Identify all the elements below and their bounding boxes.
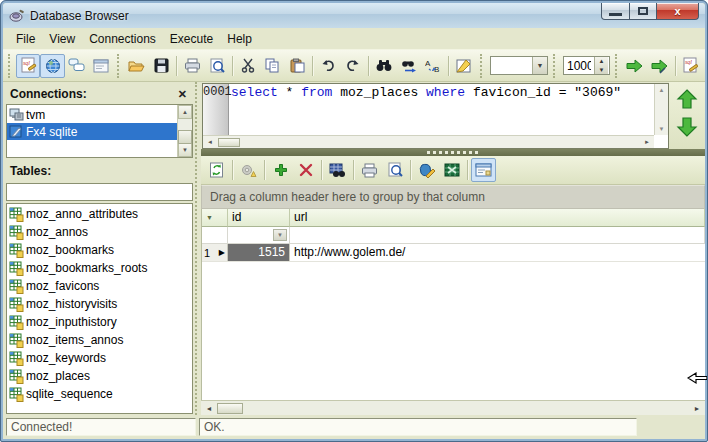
table-item-moz-bookmarks[interactable]: moz_bookmarks xyxy=(7,241,192,259)
find-next-button[interactable] xyxy=(396,54,420,78)
export-data-button[interactable] xyxy=(414,158,439,182)
new-sql-button[interactable]: sql xyxy=(678,54,702,78)
print-preview-results-button[interactable] xyxy=(382,158,407,182)
scroll-left-icon[interactable]: ◄ xyxy=(203,139,217,145)
sql-editor-toggle-button[interactable]: sql xyxy=(16,54,40,78)
menu-connections[interactable]: Connections xyxy=(82,30,163,48)
toolbar-gripper[interactable] xyxy=(553,54,558,78)
filter-cell[interactable] xyxy=(202,227,228,243)
table-item-moz-keywords[interactable]: moz_keywords xyxy=(7,349,192,367)
cell-id[interactable]: 1515 xyxy=(228,244,290,261)
column-header-url[interactable]: url xyxy=(290,209,705,227)
table-item-moz-anno-attributes[interactable]: moz_anno_attributes xyxy=(7,205,192,223)
history-down-button[interactable] xyxy=(676,116,698,138)
filter-cell-id[interactable]: ▼ xyxy=(228,227,290,243)
combobox-dropdown-icon[interactable]: ▼ xyxy=(532,57,547,74)
print-preview-button[interactable] xyxy=(205,54,229,78)
tables-filter-input[interactable] xyxy=(6,183,193,201)
table-item-moz-places[interactable]: moz_places xyxy=(7,367,192,385)
spinner-buttons[interactable]: ▲ ▼ xyxy=(594,57,608,74)
spinner-down-icon[interactable]: ▼ xyxy=(595,66,608,75)
execute-button[interactable] xyxy=(623,54,647,78)
sql-horizontal-scrollbar[interactable]: ◄ ► xyxy=(203,135,654,148)
toolbar-gripper[interactable] xyxy=(117,54,122,78)
row-limit-input[interactable] xyxy=(564,57,594,74)
menu-execute[interactable]: Execute xyxy=(163,30,220,48)
minimize-button[interactable] xyxy=(601,3,630,20)
apply-changes-button[interactable] xyxy=(236,158,261,182)
toolbar-gripper[interactable] xyxy=(480,54,485,78)
menu-file[interactable]: File xyxy=(9,30,42,48)
cut-button[interactable] xyxy=(236,54,260,78)
row-limit-spinner[interactable]: ▲ ▼ xyxy=(563,56,610,75)
menu-help[interactable]: Help xyxy=(220,30,259,48)
print-results-button[interactable] xyxy=(357,158,382,182)
undo-button[interactable] xyxy=(316,54,340,78)
open-button[interactable] xyxy=(124,54,148,78)
export-excel-button[interactable] xyxy=(439,158,464,182)
scrollbar-thumb[interactable] xyxy=(178,130,192,144)
grid-data-row[interactable]: 1 ▶ 1515 http://www.golem.de/ xyxy=(202,244,705,262)
table-item-moz-historyvisits[interactable]: moz_historyvisits xyxy=(7,295,192,313)
copy-button[interactable] xyxy=(260,54,284,78)
table-item-moz-inputhistory[interactable]: moz_inputhistory xyxy=(7,313,192,331)
sql-editor[interactable]: 0001 select * from moz_places where favi… xyxy=(202,83,669,149)
close-button[interactable]: x xyxy=(657,3,699,20)
limit-combobox[interactable]: ▼ xyxy=(490,56,549,75)
toolbar-gripper[interactable] xyxy=(8,54,13,78)
delete-row-button[interactable] xyxy=(293,158,318,182)
close-connections-button[interactable]: ✕ xyxy=(174,88,191,101)
history-up-button[interactable] xyxy=(676,88,698,110)
replace-button[interactable]: AB xyxy=(421,54,445,78)
paste-button[interactable] xyxy=(285,54,309,78)
toggle-form-view-button[interactable] xyxy=(471,158,496,182)
scroll-down-icon[interactable]: ▼ xyxy=(655,123,668,135)
scroll-down-icon[interactable]: ▼ xyxy=(178,143,192,157)
find-button[interactable] xyxy=(372,54,396,78)
titlebar[interactable]: Database Browser x xyxy=(3,3,705,28)
group-by-panel[interactable]: Drag a column header here to group by th… xyxy=(201,185,705,209)
row-header[interactable]: 1 ▶ xyxy=(202,244,228,261)
grid-horizontal-scrollbar[interactable]: ◄ ► xyxy=(201,400,705,415)
save-button[interactable] xyxy=(149,54,173,78)
grid-corner-button[interactable]: ▼ xyxy=(202,209,228,227)
table-item-moz-favicons[interactable]: moz_favicons xyxy=(7,277,192,295)
print-preview-icon xyxy=(387,162,403,178)
scrollbar-thumb[interactable] xyxy=(218,138,240,147)
form-panel-button[interactable] xyxy=(89,54,113,78)
scrollbar-thumb[interactable] xyxy=(217,403,243,414)
scroll-right-icon[interactable]: ► xyxy=(640,139,654,145)
cell-url[interactable]: http://www.golem.de/ xyxy=(290,244,705,261)
scroll-up-icon[interactable]: ▲ xyxy=(655,84,668,96)
table-item-sqlite-sequence[interactable]: sqlite_sequence xyxy=(7,385,192,403)
search-grid-button[interactable] xyxy=(325,158,350,182)
data-browser-toggle-button[interactable] xyxy=(40,54,64,78)
scroll-left-icon[interactable]: ◄ xyxy=(201,405,217,412)
filter-dropdown-icon[interactable]: ▼ xyxy=(273,229,287,241)
scroll-up-icon[interactable]: ▲ xyxy=(178,105,192,119)
sql-page-icon: sql xyxy=(20,57,37,74)
connection-item-tvm[interactable]: tvm xyxy=(7,106,177,123)
redo-button[interactable] xyxy=(341,54,365,78)
header-filter-icon[interactable]: ▼ xyxy=(206,214,213,221)
editor-results-splitter[interactable] xyxy=(201,149,705,156)
edit-note-button[interactable] xyxy=(452,54,476,78)
spinner-up-icon[interactable]: ▲ xyxy=(595,57,608,66)
connections-scrollbar[interactable]: ▲ ▼ xyxy=(177,105,192,157)
table-item-moz-annos[interactable]: moz_annos xyxy=(7,223,192,241)
execute-script-button[interactable] xyxy=(647,54,671,78)
add-row-button[interactable] xyxy=(268,158,293,182)
sql-vertical-scrollbar[interactable]: ▲ ▼ xyxy=(654,84,668,135)
column-header-id[interactable]: id xyxy=(228,209,290,227)
scroll-right-icon[interactable]: ► xyxy=(689,405,705,412)
menu-view[interactable]: View xyxy=(42,30,82,48)
table-item-moz-items-annos[interactable]: moz_items_annos xyxy=(7,331,192,349)
comments-button[interactable] xyxy=(65,54,89,78)
maximize-button[interactable] xyxy=(630,3,657,20)
filter-cell-url[interactable] xyxy=(290,227,705,243)
refresh-button[interactable] xyxy=(204,158,229,182)
table-item-moz-bookmarks-roots[interactable]: moz_bookmarks_roots xyxy=(7,259,192,277)
toolbar-gripper[interactable] xyxy=(615,54,620,78)
connection-item-fx4-sqlite[interactable]: Fx4 sqlite xyxy=(7,123,177,140)
print-button[interactable] xyxy=(180,54,204,78)
